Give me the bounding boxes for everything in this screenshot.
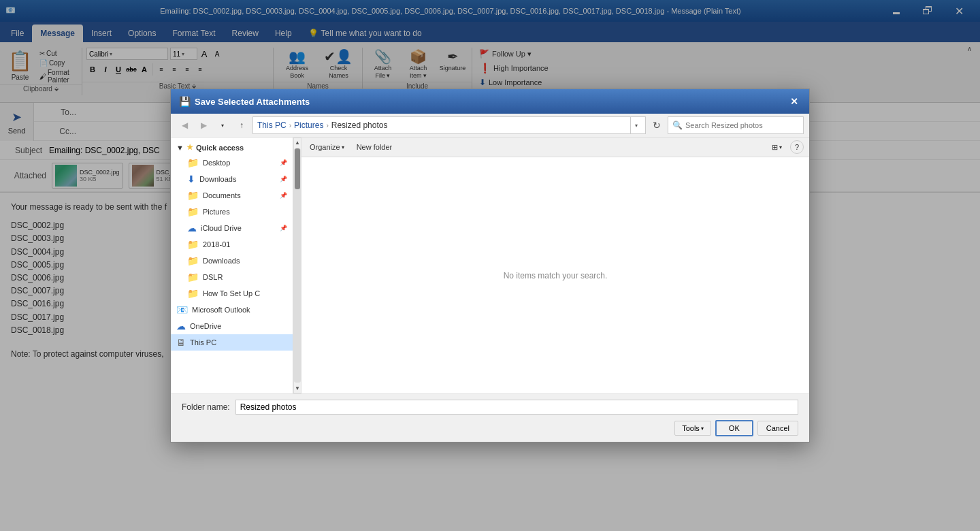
sidebar-scrollbar[interactable]: ▲ ▼ — [293, 138, 301, 393]
breadcrumb-current[interactable]: Resized photos — [331, 120, 388, 130]
empty-message: No items match your search. — [504, 271, 608, 280]
outlook-icon: 📧 — [176, 304, 188, 315]
downloads-icon: ⬇ — [187, 174, 195, 184]
breadcrumb-arrow-2: › — [326, 122, 328, 129]
quick-access-expand[interactable]: ▼ — [176, 144, 184, 152]
dialog-title-bar: 💾 Save Selected Attachments ✕ — [171, 89, 809, 114]
scroll-thumb — [295, 148, 300, 189]
save-attachments-dialog: 💾 Save Selected Attachments ✕ ◀ ▶ ▾ ↑ Th… — [170, 88, 810, 442]
forward-button[interactable]: ▶ — [195, 117, 212, 133]
dialog-footer: Folder name: Tools ▾ OK Cancel — [171, 393, 809, 442]
outlook-label: Microsoft Outlook — [192, 306, 250, 314]
how-to-icon: 📁 — [187, 288, 199, 299]
downloads-label: Downloads — [199, 175, 236, 183]
sidebar-item-downloads[interactable]: ⬇ Downloads 📌 — [171, 171, 293, 187]
refresh-button[interactable]: ↻ — [649, 117, 665, 133]
dslr-label: DSLR — [203, 273, 223, 281]
icloud-label: iCloud Drive — [201, 224, 242, 232]
cancel-button[interactable]: Cancel — [757, 421, 798, 436]
desktop-icon: 📁 — [187, 157, 199, 168]
help-button[interactable]: ? — [790, 140, 804, 154]
organize-dropdown-arrow: ▾ — [342, 144, 344, 150]
back-button[interactable]: ◀ — [176, 117, 193, 133]
quick-access-label: Quick access — [196, 144, 244, 152]
sidebar-item-pictures[interactable]: 📁 Pictures — [171, 204, 293, 220]
onedrive-icon: ☁ — [176, 321, 186, 332]
quick-access-header: ▼ ★ Quick access — [171, 140, 293, 155]
ok-label: OK — [729, 424, 740, 432]
breadcrumb-bar: This PC › Pictures › Resized photos ▾ — [252, 116, 646, 134]
file-area-toolbar: Organize ▾ New folder ⊞ ▾ ? — [301, 138, 809, 157]
scroll-down-button[interactable]: ▼ — [293, 384, 301, 393]
up-button[interactable]: ↑ — [233, 117, 250, 133]
star-icon: ★ — [186, 143, 193, 152]
new-folder-button[interactable]: New folder — [353, 142, 397, 152]
cancel-label: Cancel — [766, 424, 789, 432]
folder-name-label: Folder name: — [182, 402, 230, 412]
help-icon: ? — [795, 143, 799, 151]
folder-2018-label: 2018-01 — [203, 240, 230, 248]
dialog-close-button[interactable]: ✕ — [787, 95, 801, 108]
organize-button[interactable]: Organize ▾ — [307, 142, 347, 152]
app-window: 📧 Emailing: DSC_0002.jpg, DSC_0003.jpg, … — [0, 0, 980, 531]
footer-buttons: Tools ▾ OK Cancel — [182, 420, 798, 436]
pictures-label: Pictures — [203, 208, 230, 216]
downloads2-label: Downloads — [203, 257, 240, 265]
this-pc-label: This PC — [190, 338, 216, 347]
folder-2018-icon: 📁 — [187, 239, 199, 250]
organize-label: Organize — [310, 143, 340, 151]
ok-button[interactable]: OK — [715, 420, 753, 436]
file-area-empty: No items match your search. — [301, 157, 809, 393]
sidebar-wrapper: ▼ ★ Quick access 📁 Desktop 📌 ⬇ Downloads — [171, 138, 301, 393]
search-input[interactable] — [685, 121, 799, 129]
dslr-icon: 📁 — [187, 272, 199, 283]
file-main: Organize ▾ New folder ⊞ ▾ ? — [301, 138, 809, 393]
tools-label: Tools — [682, 424, 700, 432]
documents-pin-icon: 📌 — [280, 192, 287, 199]
view-dropdown-arrow: ▾ — [779, 144, 782, 150]
desktop-pin-icon: 📌 — [280, 159, 287, 166]
breadcrumb-dropdown-arrow[interactable]: ▾ — [630, 116, 641, 134]
sidebar-item-this-pc[interactable]: 🖥 This PC — [171, 334, 293, 351]
sidebar-item-downloads2[interactable]: 📁 Downloads — [171, 253, 293, 269]
sidebar-item-desktop[interactable]: 📁 Desktop 📌 — [171, 155, 293, 171]
view-icon: ⊞ — [772, 143, 778, 152]
documents-icon: 📁 — [187, 190, 199, 201]
icloud-pin-icon: 📌 — [280, 225, 287, 231]
file-sidebar: ▼ ★ Quick access 📁 Desktop 📌 ⬇ Downloads — [171, 138, 293, 393]
dialog-toolbar: ◀ ▶ ▾ ↑ This PC › Pictures › Resized pho… — [171, 114, 809, 138]
how-to-label: How To Set Up C — [203, 289, 260, 297]
breadcrumb-pictures[interactable]: Pictures — [294, 120, 323, 130]
scroll-up-button[interactable]: ▲ — [293, 138, 301, 147]
downloads-pin-icon: 📌 — [280, 176, 287, 182]
sidebar-item-how-to-set-up[interactable]: 📁 How To Set Up C — [171, 285, 293, 302]
downloads2-icon: 📁 — [187, 255, 199, 266]
dialog-title-text: Save Selected Attachments — [195, 97, 783, 107]
folder-name-row: Folder name: — [182, 400, 798, 415]
dropdown-button[interactable]: ▾ — [214, 117, 231, 133]
sidebar-item-outlook[interactable]: 📧 Microsoft Outlook — [171, 302, 293, 318]
sidebar-item-documents[interactable]: 📁 Documents 📌 — [171, 187, 293, 204]
breadcrumb-this-pc[interactable]: This PC — [257, 120, 287, 130]
breadcrumb-arrow-1: › — [289, 122, 291, 129]
search-bar: 🔍 — [668, 116, 804, 134]
dialog-overlay: 💾 Save Selected Attachments ✕ ◀ ▶ ▾ ↑ Th… — [0, 0, 980, 531]
sidebar-item-icloud[interactable]: ☁ iCloud Drive 📌 — [171, 220, 293, 236]
documents-label: Documents — [203, 191, 241, 199]
desktop-label: Desktop — [203, 159, 230, 167]
sidebar-item-onedrive[interactable]: ☁ OneDrive — [171, 318, 293, 334]
view-button[interactable]: ⊞ ▾ — [769, 142, 785, 153]
sidebar-item-2018[interactable]: 📁 2018-01 — [171, 236, 293, 253]
icloud-icon: ☁ — [187, 223, 197, 234]
dialog-content: ▼ ★ Quick access 📁 Desktop 📌 ⬇ Downloads — [171, 138, 809, 393]
tools-dropdown-arrow: ▾ — [701, 425, 704, 432]
search-icon: 🔍 — [672, 120, 683, 130]
tools-button[interactable]: Tools ▾ — [674, 421, 711, 436]
folder-name-input[interactable] — [235, 400, 798, 415]
sidebar-item-dslr[interactable]: 📁 DSLR — [171, 269, 293, 285]
onedrive-label: OneDrive — [190, 322, 221, 330]
pictures-icon: 📁 — [187, 206, 199, 217]
new-folder-label: New folder — [357, 143, 393, 151]
dialog-title-icon: 💾 — [179, 96, 191, 107]
scroll-track — [294, 148, 301, 383]
